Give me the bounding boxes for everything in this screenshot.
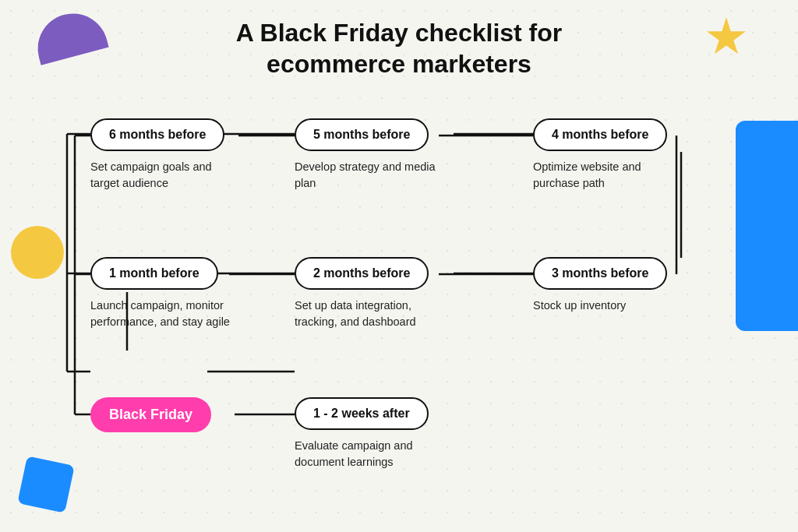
node-black-friday: Black Friday — [90, 397, 211, 432]
page-title: A Black Friday checklist for ecommerce m… — [0, 17, 798, 79]
node-three-months-box: 3 months before — [533, 257, 667, 290]
node-one-two-weeks-box: 1 - 2 weeks after — [295, 397, 429, 430]
title-area: A Black Friday checklist for ecommerce m… — [0, 17, 798, 79]
node-black-friday-box: Black Friday — [90, 397, 211, 432]
node-one-month-box: 1 month before — [90, 257, 218, 290]
node-two-months-box: 2 months before — [295, 257, 429, 290]
connector-lines — [37, 107, 761, 532]
node-five-months-box: 5 months before — [295, 118, 429, 151]
page-wrapper: A Black Friday checklist for ecommerce m… — [0, 0, 798, 532]
node-six-months-box: 6 months before — [90, 118, 224, 151]
node-four-months-box: 4 months before — [533, 118, 667, 151]
